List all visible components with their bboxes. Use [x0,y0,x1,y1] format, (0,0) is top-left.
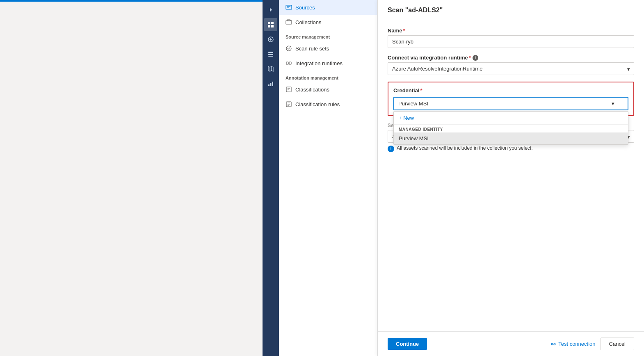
sidebar-item-scan-rule-sets[interactable]: Scan rule sets [279,41,377,56]
icon-rail [263,0,279,356]
annotation-management-header: Annotation management [279,71,377,82]
runtime-form-group: Connect via integration runtime* i Azure… [388,55,634,75]
footer-right: Test connection Cancel [550,338,634,350]
svg-rect-2 [268,25,270,27]
name-input[interactable] [388,35,634,48]
svg-rect-13 [272,82,273,86]
continue-button[interactable]: Continue [388,338,427,350]
credential-managed-identity-section: MANAGED IDENTITY [394,125,628,132]
svg-rect-14 [286,5,292,9]
credential-chevron-icon: ▾ [612,100,614,107]
svg-rect-0 [268,22,270,24]
credential-section: Credential* Purview MSI ▾ + New MANAGED … [388,82,634,116]
credential-dropdown-menu: + New MANAGED IDENTITY Purview MSI [393,111,628,145]
classifications-label: Classifications [295,87,329,93]
credential-selected-value[interactable]: Purview MSI ▾ [393,97,628,110]
svg-rect-21 [289,62,291,64]
sidebar: Sources Collections Source management Sc… [279,0,377,356]
credential-new-option[interactable]: + New [394,112,628,125]
sources-icon [285,4,292,11]
expand-icon[interactable] [264,3,277,16]
runtime-select[interactable]: Azure AutoResolveIntegrationRuntime [388,62,634,75]
home-icon[interactable] [264,18,277,31]
svg-rect-5 [268,52,273,53]
runtime-label: Connect via integration runtime* [388,55,471,61]
catalog-icon[interactable] [264,48,277,61]
sidebar-item-classification-rules[interactable]: Classification rules [279,97,377,112]
cancel-button[interactable]: Cancel [601,338,634,350]
scan-rule-sets-icon [285,45,292,52]
sidebar-item-integration-runtimes[interactable]: Integration runtimes [279,56,377,71]
classification-rules-label: Classification rules [295,101,340,107]
collections-icon [285,19,292,25]
sidebar-item-collections[interactable]: Collections [279,15,377,30]
credential-label: Credential* [393,87,628,94]
svg-point-38 [554,343,555,345]
svg-rect-6 [268,54,273,55]
credential-dropdown: Purview MSI ▾ + New MANAGED IDENTITY Pur… [393,97,628,110]
name-form-group: Name* [388,27,634,48]
sidebar-item-sources[interactable]: Sources [279,0,377,15]
runtime-info-icon[interactable]: i [473,55,478,61]
collection-info-icon: i [388,146,394,152]
svg-rect-12 [270,83,272,86]
classification-rules-icon [285,101,292,107]
name-label: Name* [388,27,634,34]
glossary-icon[interactable] [264,33,277,46]
right-panel: Scan "ad-ADLS2" Name* Connect via integr… [377,0,644,356]
panel-title: Scan "ad-ADLS2" [388,7,634,14]
collection-info-text: All assets scanned will be included in t… [397,145,533,151]
sidebar-item-classifications[interactable]: Classifications [279,82,377,97]
panel-body: Name* Connect via integration runtime* i… [378,19,644,331]
source-management-header: Source management [279,30,377,41]
test-connection-icon [550,341,556,347]
runtime-label-row: Connect via integration runtime* i [388,55,634,61]
credential-purview-msi-option[interactable]: Purview MSI [394,132,628,144]
blue-top-bar [0,0,263,2]
runtime-select-wrapper: Azure AutoResolveIntegrationRuntime ▾ [388,62,634,75]
scan-rule-sets-label: Scan rule sets [295,46,329,52]
datamap-icon[interactable] [264,62,277,75]
svg-rect-7 [268,56,273,57]
panel-header: Scan "ad-ADLS2" [378,0,644,19]
panel-footer: Continue Test connection Cancel [378,331,644,356]
svg-rect-1 [271,22,274,24]
integration-runtimes-label: Integration runtimes [295,60,343,66]
collection-info-row: i All assets scanned will be included in… [388,145,634,152]
insights-icon[interactable] [264,77,277,90]
test-connection-label: Test connection [558,341,595,347]
svg-rect-11 [268,84,269,86]
test-connection-button[interactable]: Test connection [550,341,595,347]
svg-rect-23 [286,87,291,92]
svg-point-37 [551,343,553,345]
svg-rect-20 [286,62,288,64]
svg-rect-3 [271,25,274,27]
collections-label: Collections [295,19,322,25]
classifications-icon [285,86,292,93]
sources-label: Sources [295,5,315,11]
svg-point-19 [286,46,291,51]
svg-marker-8 [268,66,273,71]
integration-runtimes-icon [285,60,292,66]
